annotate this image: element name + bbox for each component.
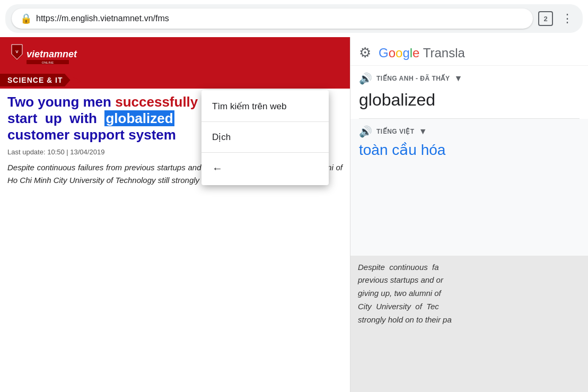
section-bar: SCIENCE & IT ▶ — [0, 72, 350, 89]
context-menu-back[interactable]: ← — [201, 155, 329, 182]
search-menu-label: Tìm kiếm trên web — [212, 101, 286, 112]
more-options-icon[interactable]: ⋮ — [558, 10, 576, 28]
context-menu-divider — [201, 121, 329, 122]
source-word: globalized — [359, 88, 580, 114]
target-lang-name: TIẾNG VIỆT — [376, 128, 415, 135]
article-title-line1: Two young men successfully — [7, 94, 198, 110]
google-translate-logo: Google Transla — [379, 46, 465, 60]
translated-word: toàn cầu hóa — [359, 141, 580, 159]
translate-source-section: 🔊 TIẾNG ANH - đã thấy ▼ globalized — [350, 66, 588, 118]
context-menu-divider-2 — [201, 152, 329, 153]
vietnamnet-logo: V vietnamnet ONLINE — [7, 42, 92, 66]
context-menu-translate[interactable]: Dịch — [201, 124, 329, 150]
section-arrow-icon: ▶ — [73, 74, 81, 86]
source-speaker-icon[interactable]: 🔊 — [359, 72, 372, 85]
website-logo: V vietnamnet ONLINE — [7, 42, 92, 66]
svg-text:vietnamnet: vietnamnet — [27, 49, 77, 59]
article-title-line2: start up with globalized — [7, 110, 174, 126]
translate-logo-text: Transla — [423, 46, 465, 60]
back-arrow-icon: ← — [212, 162, 223, 175]
source-lang-name: TIẾNG ANH - đã thấy — [376, 75, 450, 82]
highlighted-word: globalized — [104, 110, 174, 126]
translated-body: Despite continuous fa previous startups … — [358, 263, 452, 324]
main-content: V vietnamnet ONLINE SCIENCE & IT ▶ Two y… — [0, 37, 588, 392]
address-bar[interactable]: 🔒 https://m.english.vietnamnet.vn/fms — [12, 8, 533, 29]
target-lang-dropdown-icon[interactable]: ▼ — [419, 127, 427, 136]
target-language-label: 🔊 TIẾNG VIỆT ▼ — [359, 125, 580, 138]
svg-text:ONLINE: ONLINE — [42, 61, 54, 64]
target-speaker-icon[interactable]: 🔊 — [359, 125, 372, 138]
translate-menu-label: Dịch — [212, 132, 231, 143]
context-menu-search[interactable]: Tìm kiếm trên web — [201, 93, 329, 119]
source-language-label: 🔊 TIẾNG ANH - đã thấy ▼ — [359, 72, 580, 85]
lock-icon: 🔒 — [20, 13, 32, 24]
settings-icon[interactable]: ⚙ — [359, 45, 371, 61]
url-text: https://m.english.vietnamnet.vn/fms — [36, 14, 524, 23]
source-lang-dropdown-icon[interactable]: ▼ — [454, 74, 462, 83]
svg-text:V: V — [15, 49, 19, 54]
translate-panel: ⚙ Google Transla 🔊 TIẾNG ANH - đã thấy ▼… — [350, 37, 588, 392]
translated-article-text: Despite continuous fa previous startups … — [350, 256, 588, 393]
website-header: V vietnamnet ONLINE — [0, 37, 350, 72]
tab-count-badge[interactable]: 2 — [538, 11, 553, 26]
translate-target-section: 🔊 TIẾNG VIỆT ▼ toàn cầu hóa — [350, 119, 588, 256]
article-title-line3: customer support system — [7, 127, 176, 143]
website-panel: V vietnamnet ONLINE SCIENCE & IT ▶ Two y… — [0, 37, 350, 392]
translate-header: ⚙ Google Transla — [350, 37, 588, 66]
browser-chrome: 🔒 https://m.english.vietnamnet.vn/fms 2 … — [5, 4, 583, 33]
section-label: SCIENCE & IT — [0, 74, 71, 86]
context-menu: Tìm kiếm trên web Dịch ← — [201, 90, 329, 185]
